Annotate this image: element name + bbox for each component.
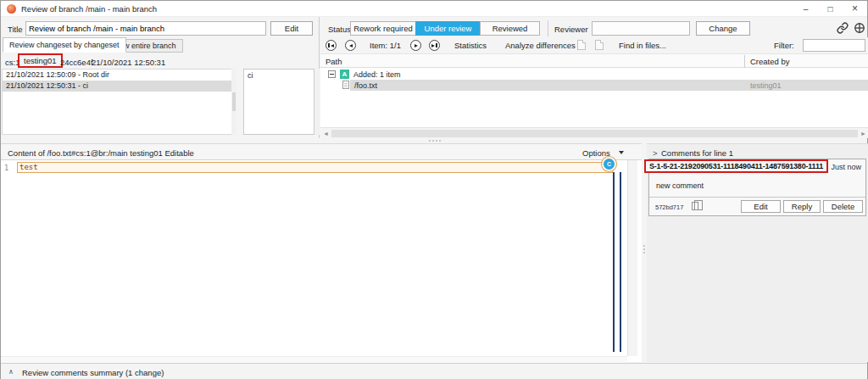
- diff-items-panel: Item: 1/1 Statistics Analyze differences…: [320, 37, 868, 138]
- editor-vertical-scrollbar[interactable]: [627, 160, 637, 356]
- status-bar: ∧ Review comments summary (1 change): [1, 363, 867, 379]
- diff-file-tree: A Added: 1 item /foo.txt testing01: [320, 68, 868, 127]
- editor-horizontal-scrollbar[interactable]: [1, 356, 627, 363]
- file-content-panel: Content of /foo.txt#cs:1@br:/main testin…: [1, 143, 642, 362]
- collapse-chevron-icon[interactable]: >: [653, 148, 658, 158]
- changeset-panel: Review changeset by changeset Review ent…: [1, 37, 319, 138]
- reviewer-label: Reviewer: [554, 25, 588, 34]
- content-title: Content of /foo.txt#cs:1@br:/main testin…: [8, 148, 194, 158]
- column-divider[interactable]: [744, 55, 745, 68]
- comment-box-scrollbar[interactable]: [315, 69, 320, 135]
- copy-id-icon[interactable]: [692, 202, 698, 210]
- edit-title-button[interactable]: Edit: [270, 21, 313, 36]
- cs-hash: 24cc6e4f: [60, 58, 93, 67]
- review-title-input[interactable]: [25, 21, 266, 36]
- added-badge-icon: A: [340, 70, 349, 79]
- group-label[interactable]: Added: 1 item: [353, 70, 401, 79]
- review-window: Review of branch /main - main branch – □…: [0, 0, 868, 379]
- link-icon[interactable]: [837, 22, 849, 34]
- app-logo-icon: [7, 4, 16, 14]
- change-reviewer-button[interactable]: Change: [696, 21, 750, 36]
- last-item-button[interactable]: [429, 40, 440, 51]
- reply-comment-button[interactable]: Reply: [783, 200, 821, 213]
- filter-label: Filter:: [774, 41, 794, 50]
- comment-card: S-1-5-21-2192090531-1118490411-148759138…: [648, 159, 866, 216]
- collapse-group-icon[interactable]: [328, 70, 336, 78]
- cs-author-highlight: testing01: [18, 53, 63, 68]
- export-diff-icon-disabled: [577, 40, 586, 50]
- file-row-selected[interactable]: /foo.txt testing01: [350, 80, 868, 91]
- status-under-review-button[interactable]: Under review: [415, 21, 481, 36]
- comment-author: S-1-5-21-2192090531-1118490411-148759138…: [649, 162, 823, 170]
- filter-input[interactable]: [803, 39, 865, 52]
- edit-comment-button[interactable]: Edit: [741, 200, 781, 213]
- cs-author: testing01: [24, 56, 57, 65]
- header-divider: [548, 20, 548, 36]
- scroll-thumb[interactable]: [331, 130, 858, 137]
- collapse-summary-icon[interactable]: ∧: [8, 368, 14, 376]
- changeset-list-scrollbar[interactable]: [231, 69, 236, 135]
- comments-header: Comments for line 1: [661, 148, 733, 158]
- item-counter: Item: 1/1: [370, 41, 401, 50]
- diff-marker-line: [620, 172, 621, 352]
- find-in-files-button[interactable]: Find in files...: [619, 41, 666, 50]
- comment-footer: 572bd717 Edit Reply Delete: [649, 197, 865, 215]
- status-text[interactable]: Review comments summary (1 change): [22, 368, 164, 377]
- comment-time: Just now: [831, 163, 861, 171]
- delete-comment-button[interactable]: Delete: [823, 200, 863, 213]
- first-item-button[interactable]: [326, 40, 337, 51]
- maximize-button[interactable]: □: [818, 1, 843, 17]
- diff-marker-line: [613, 172, 615, 352]
- changeset-list[interactable]: 21/10/2021 12:50:09 - Root dir 21/10/202…: [2, 69, 236, 135]
- analyze-differences-button[interactable]: Analyze differences: [505, 41, 576, 50]
- previous-item-button[interactable]: [345, 40, 356, 51]
- comment-body: new comment: [656, 181, 704, 190]
- tab-label: Review changeset by changeset: [9, 41, 120, 49]
- options-button[interactable]: Options: [582, 148, 610, 158]
- crosshair-navigate-icon[interactable]: [854, 22, 865, 34]
- cs-date: 21/10/2021 12:50:31: [92, 58, 165, 67]
- tree-column-headers[interactable]: Path Created by: [320, 53, 868, 68]
- close-button[interactable]: ×: [843, 1, 867, 17]
- column-path[interactable]: Path: [326, 57, 342, 66]
- options-dropdown-icon[interactable]: [619, 151, 624, 154]
- titlebar: Review of branch /main - main branch – □…: [1, 1, 867, 17]
- column-created-by[interactable]: Created by: [750, 57, 789, 66]
- scroll-right-icon[interactable]: ►: [860, 130, 866, 137]
- tab-review-changeset-by-changeset[interactable]: Review changeset by changeset: [3, 37, 126, 53]
- changeset-comment-box[interactable]: ci: [243, 69, 314, 135]
- minimize-button[interactable]: –: [793, 1, 818, 17]
- statistics-button[interactable]: Statistics: [454, 41, 487, 50]
- scroll-left-icon[interactable]: ◄: [323, 130, 329, 137]
- changeset-list-item[interactable]: 21/10/2021 12:50:09 - Root dir: [3, 70, 236, 81]
- reviewer-input[interactable]: [592, 21, 690, 36]
- code-line-highlighted[interactable]: test: [17, 162, 613, 173]
- status-reviewed-button[interactable]: Reviewed: [480, 21, 540, 36]
- open-diff-icon-disabled: [595, 40, 604, 50]
- scroll-thumb[interactable]: [232, 92, 236, 111]
- next-item-button[interactable]: [410, 40, 421, 51]
- file-path[interactable]: /foo.txt: [354, 81, 377, 90]
- content-header: Content of /foo.txt#cs:1@br:/main testin…: [1, 144, 642, 160]
- changeset-list-item-selected[interactable]: 21/10/2021 12:50:31 - ci: [3, 81, 236, 92]
- title-label: Title: [8, 25, 23, 34]
- tree-horizontal-scrollbar[interactable]: ◄ ►: [320, 127, 868, 138]
- comment-badge-icon[interactable]: C: [604, 159, 615, 170]
- file-created-by: testing01: [750, 81, 782, 90]
- status-label: Status: [328, 25, 351, 34]
- file-icon: [342, 81, 349, 89]
- comment-author-highlight: S-1-5-21-2192090531-1118490411-148759138…: [644, 159, 828, 173]
- line-number: 1: [4, 164, 8, 172]
- comments-panel: > Comments for line 1 S-1-5-21-219209053…: [647, 143, 868, 362]
- comment-id: 572bd717: [655, 203, 683, 211]
- window-title: Review of branch /main - main branch: [21, 4, 157, 14]
- status-rework-required-button[interactable]: Rework required: [350, 21, 416, 36]
